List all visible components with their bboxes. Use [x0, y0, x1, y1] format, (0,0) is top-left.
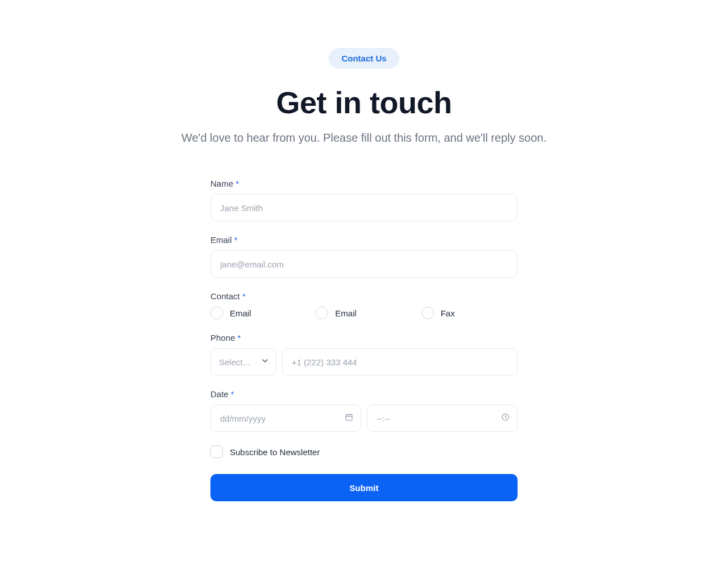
contact-required: *: [242, 291, 246, 301]
date-label-text: Date: [210, 389, 229, 399]
name-label-text: Name: [210, 179, 233, 188]
time-input[interactable]: [367, 405, 518, 432]
phone-field: Phone * Select...: [210, 333, 518, 376]
phone-label-text: Phone: [210, 333, 235, 343]
name-label: Name *: [210, 179, 518, 188]
phone-required: *: [238, 333, 241, 343]
email-required: *: [234, 235, 238, 245]
radio-icon: [210, 307, 223, 319]
contact-option-1-label: Email: [230, 308, 251, 318]
contact-form: Name * Email * Contact * Email Email: [210, 179, 518, 501]
newsletter-checkbox-row[interactable]: Subscribe to Newsletter: [210, 446, 518, 458]
contact-us-pill: Contact Us: [329, 48, 399, 69]
contact-radio-group: Email Email Fax: [210, 307, 518, 319]
email-label-text: Email: [210, 235, 232, 245]
name-field: Name *: [210, 179, 518, 221]
email-field: Email *: [210, 235, 518, 278]
name-input[interactable]: [210, 194, 518, 221]
phone-country-select[interactable]: Select...: [210, 348, 276, 376]
contact-option-1[interactable]: Email: [210, 307, 307, 319]
phone-input[interactable]: [282, 348, 518, 376]
date-required: *: [231, 389, 234, 399]
name-required: *: [235, 179, 239, 188]
newsletter-label: Subscribe to Newsletter: [230, 447, 320, 457]
date-input[interactable]: [210, 405, 361, 432]
date-field: Date *: [210, 389, 518, 432]
email-label: Email *: [210, 235, 518, 245]
contact-label: Contact *: [210, 291, 518, 301]
date-label: Date *: [210, 389, 518, 399]
contact-field: Contact * Email Email Fax: [210, 291, 518, 319]
radio-icon: [316, 307, 328, 319]
page-subtitle: We'd love to hear from you. Please fill …: [181, 131, 547, 145]
contact-option-2-label: Email: [335, 308, 357, 318]
contact-option-3[interactable]: Fax: [421, 307, 518, 319]
submit-button[interactable]: Submit: [210, 474, 518, 501]
contact-option-3-label: Fax: [441, 308, 455, 318]
contact-option-2[interactable]: Email: [316, 307, 412, 319]
phone-label: Phone *: [210, 333, 518, 343]
page-title: Get in touch: [276, 85, 452, 120]
radio-icon: [421, 307, 434, 319]
checkbox-icon: [210, 446, 223, 458]
contact-label-text: Contact: [210, 291, 240, 301]
email-input[interactable]: [210, 250, 518, 278]
